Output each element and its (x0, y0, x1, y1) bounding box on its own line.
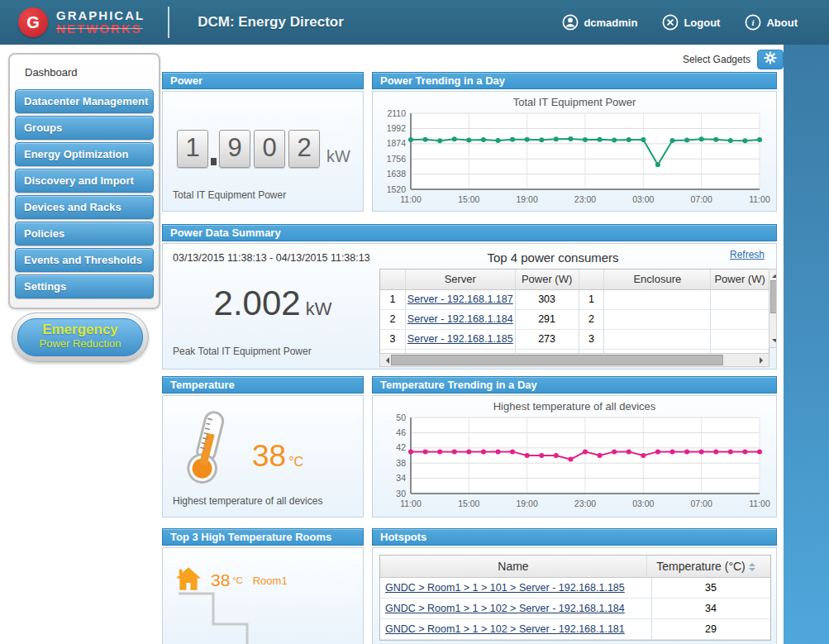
room-name: Room1 (253, 575, 288, 587)
server-link[interactable]: Server - 192.168.1.184 (407, 313, 513, 325)
peak-power-value: 2.002kW (178, 284, 368, 323)
header-divider (168, 7, 169, 38)
col-enclosure: Enclosure (604, 270, 711, 289)
svg-text:15:00: 15:00 (458, 499, 479, 508)
hotspots-title: Hotspots (372, 528, 777, 546)
scroll-left-icon[interactable] (383, 357, 389, 364)
temperature-gadget-body: 38°C Highest temperature of all devices (162, 395, 364, 518)
power-data-summary-gadget: Power Data Summary 03/13/2015 11:38:13 -… (162, 224, 777, 370)
svg-text:23:00: 23:00 (574, 499, 596, 508)
enclosure-value (604, 310, 711, 329)
col-temperature[interactable]: Temperature (°C) (647, 556, 765, 577)
svg-text:46: 46 (396, 427, 406, 437)
vertical-scroll-thumb[interactable] (770, 280, 777, 313)
svg-text:19:00: 19:00 (517, 499, 538, 508)
sidebar: Dashboard Datacenter Management Groups E… (8, 53, 160, 309)
svg-text:11:00: 11:00 (749, 194, 770, 204)
power-digit: 2 (288, 130, 320, 168)
top-rooms-gadget: Top 3 High Temperature Rooms 38 °C Room1 (162, 528, 364, 644)
temperature-chart-title: Highest temperature of all devices (373, 396, 776, 413)
server-link[interactable]: Server - 192.168.1.185 (407, 333, 513, 345)
horizontal-scroll-thumb[interactable] (391, 355, 723, 365)
col-blank (579, 270, 605, 289)
server-link[interactable]: Server - 192.168.1.187 (407, 293, 513, 305)
svg-text:11:00: 11:00 (749, 499, 770, 508)
peak-unit: kW (306, 298, 332, 319)
top4-table-title: Top 4 power consumers (379, 250, 727, 265)
sidebar-item-devices-and-racks[interactable]: Devices and Racks (15, 195, 154, 219)
power-caption: Total IT Equipment Power (173, 189, 286, 201)
enclosure-value (604, 330, 711, 349)
col-power: Power (W) (516, 270, 579, 289)
sidebar-item-events-and-thresholds[interactable]: Events and Thresholds (15, 248, 154, 272)
power-value (711, 290, 769, 309)
row-num: 2 (579, 310, 605, 329)
col-temperature-label: Temperature (°C) (656, 560, 746, 573)
power-value: 303 (516, 290, 579, 309)
vertical-scrollbar[interactable] (769, 269, 777, 348)
temperature-trending-body: Highest temperature of all devices 30343… (372, 395, 777, 518)
horizontal-scrollbar[interactable] (379, 353, 769, 367)
sort-icon[interactable] (749, 560, 755, 575)
col-server: Server (406, 270, 516, 289)
temperature-reading: 38°C (252, 439, 303, 474)
sidebar-item-energy-optimization[interactable]: Energy Optimization (15, 142, 154, 166)
sidebar-item-groups[interactable]: Groups (15, 116, 154, 140)
logout-button[interactable]: Logout (662, 14, 720, 31)
power-value (711, 330, 769, 349)
row-num: 2 (380, 310, 406, 329)
power-meter: 1 9 0 2 kW (163, 130, 363, 168)
hotspot-link[interactable]: GNDC > Room1 > 1 > 101 > Server - 192.16… (385, 582, 625, 594)
sidebar-item-policies[interactable]: Policies (15, 222, 154, 246)
top-rooms-body: 38 °C Room1 (162, 547, 364, 644)
hotspots-gadget: Hotspots Name Temperature (°C) GNDC > Ro… (372, 528, 777, 644)
svg-text:38: 38 (396, 458, 406, 468)
user-menu[interactable]: dcmadmin (562, 14, 637, 31)
power-gadget-title: Power (162, 72, 364, 89)
temperature-trending-title: Temperature Trending in a Day (372, 376, 777, 394)
power-digit: 1 (177, 130, 208, 168)
temperature-value: 38 (252, 439, 286, 473)
svg-text:23:00: 23:00 (574, 194, 596, 204)
power-trend-chart: 15201638175618741992211011:0015:0019:002… (373, 108, 773, 208)
scroll-right-icon[interactable] (760, 357, 766, 364)
power-digit: 9 (219, 130, 250, 168)
table-row: 1 Server - 192.168.1.187 303 1 (380, 290, 769, 310)
refresh-link[interactable]: Refresh (730, 249, 765, 260)
hotspots-body: Name Temperature (°C) GNDC > Room1 > 1 >… (372, 547, 777, 644)
top4-table: Server Power (W) Enclosure Power (W) 1 S… (379, 269, 769, 356)
svg-text:07:00: 07:00 (691, 194, 712, 204)
scroll-down-icon[interactable] (772, 339, 777, 346)
hotspot-link[interactable]: GNDC > Room1 > 1 > 102 > Server - 192.16… (385, 623, 625, 635)
dcm-energy-director-screen: G GRAPHICAL NETWORKS DCM: Energy Directo… (0, 0, 829, 644)
header-actions: dcmadmin Logout i About (562, 14, 798, 31)
select-gadgets-button[interactable] (757, 50, 784, 69)
row-num: 1 (579, 290, 605, 309)
sidebar-item-settings[interactable]: Settings (15, 274, 154, 298)
app-title: DCM: Energy Director (198, 14, 344, 31)
power-data-summary-title: Power Data Summary (162, 224, 777, 241)
user-name: dcmadmin (584, 17, 637, 29)
sidebar-item-discovery-and-import[interactable]: Discovery and Import (15, 169, 154, 193)
svg-text:50: 50 (396, 413, 406, 422)
sidebar-item-dashboard[interactable]: Dashboard (13, 60, 155, 87)
hotspot-link[interactable]: GNDC > Room1 > 1 > 102 > Server - 192.16… (385, 603, 625, 614)
brand: GRAPHICAL NETWORKS (56, 9, 145, 36)
about-button[interactable]: i About (745, 14, 798, 31)
sidebar-item-datacenter-management[interactable]: Datacenter Management (15, 89, 154, 113)
col-power2: Power (W) (711, 270, 769, 289)
power-trending-title: Power Trending in a Day (372, 72, 777, 89)
svg-text:30: 30 (396, 489, 406, 499)
scroll-up-icon[interactable] (772, 271, 777, 278)
user-icon (562, 14, 579, 31)
power-gadget-body: 1 9 0 2 kW Total IT Equipment Power (162, 91, 364, 212)
svg-text:34: 34 (396, 473, 406, 483)
svg-text:1874: 1874 (387, 138, 407, 148)
emergency-power-reduction-button[interactable]: Emergency Power Reduction (12, 312, 149, 362)
hotspot-temp: 34 (652, 599, 769, 618)
app-header: G GRAPHICAL NETWORKS DCM: Energy Directo… (0, 0, 829, 45)
peak-caption: Peak Total IT Equipment Power (173, 346, 312, 357)
select-gadgets-label: Select Gadgets (683, 54, 750, 65)
svg-text:03:00: 03:00 (632, 499, 654, 508)
thermometer-icon (178, 408, 237, 490)
